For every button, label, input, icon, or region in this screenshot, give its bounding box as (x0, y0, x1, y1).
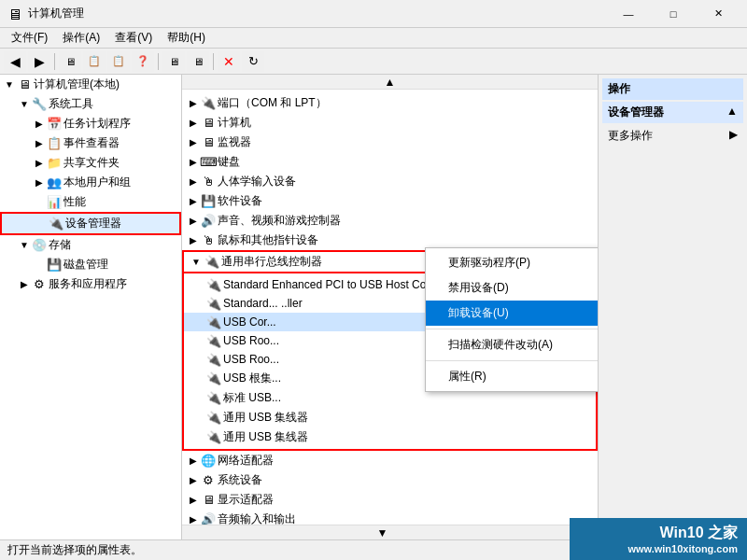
storage-label: 存储 (49, 237, 71, 253)
action-more[interactable]: 更多操作 ▶ (602, 125, 743, 147)
menu-action[interactable]: 操作(A) (55, 28, 107, 48)
context-menu: 更新驱动程序(P) 禁用设备(D) 卸载设备(U) 扫描检测硬件改动(A) 属性… (425, 247, 598, 392)
usb3-icon: 🔌 (206, 315, 221, 329)
device-hid[interactable]: ▶ 🖱 人体学输入设备 (182, 172, 598, 191)
scroll-down[interactable]: ▼ (182, 525, 583, 539)
storage-icon: 💿 (32, 238, 47, 253)
device-sound[interactable]: ▶ 🔊 声音、视频和游戏控制器 (182, 211, 598, 231)
usb9-icon: 🔌 (206, 430, 221, 445)
tree-system-tools[interactable]: ▼ 🔧 系统工具 (0, 94, 181, 114)
task-label: 任务计划程序 (63, 116, 131, 132)
toolbar-btn-refresh[interactable]: ↻ (242, 51, 264, 72)
net-icon: 🌐 (201, 454, 216, 469)
disk-icon: 💾 (47, 258, 62, 273)
left-panel: ▼ 🖥 计算机管理(本地) ▼ 🔧 系统工具 ▶ 📅 任务计划程序 ▶ 📋 事件… (0, 75, 182, 539)
minimize-button[interactable]: — (607, 0, 650, 28)
tree-shared-folders[interactable]: ▶ 📁 共享文件夹 (0, 153, 181, 173)
shared-icon: 📁 (47, 156, 62, 171)
local-toggle[interactable]: ▶ (32, 175, 47, 190)
ctx-scan[interactable]: 扫描检测硬件改动(A) (426, 332, 598, 357)
usb1-icon: 🔌 (206, 277, 221, 292)
tree-event-viewer[interactable]: ▶ 📋 事件查看器 (0, 133, 181, 153)
computer-icon: 🖥 (17, 77, 32, 92)
shared-label: 共享文件夹 (63, 155, 120, 171)
tree-performance[interactable]: 📊 性能 (0, 192, 181, 212)
usb3-label: USB Cor... (223, 315, 276, 329)
disk-label: 磁盘管理 (63, 257, 108, 273)
dev-mgr-label: 设备管理器 (65, 216, 121, 231)
display-label: 显示适配器 (218, 492, 274, 508)
storage-toggle[interactable]: ▼ (17, 238, 32, 253)
ctx-disable[interactable]: 禁用设备(D) (426, 275, 598, 301)
event-toggle[interactable]: ▶ (32, 136, 47, 151)
local-label: 本地用户和组 (63, 175, 131, 190)
tree-storage[interactable]: ▼ 💿 存储 (0, 235, 181, 255)
ctx-uninstall[interactable]: 卸载设备(U) (426, 301, 598, 326)
device-display[interactable]: ▶ 🖥 显示适配器 (182, 490, 598, 510)
close-button[interactable]: ✕ (697, 0, 740, 28)
separator-1 (54, 53, 55, 70)
toolbar-btn-1[interactable]: 🖥 (59, 51, 81, 72)
menu-help[interactable]: 帮助(H) (160, 28, 213, 48)
more-actions-label: 更多操作 (608, 129, 653, 142)
audio-label: 音频输入和输出 (218, 511, 296, 525)
audio-icon: 🔊 (201, 512, 216, 525)
svc-toggle[interactable]: ▶ (17, 277, 32, 292)
title-bar: 🖥 计算机管理 — □ ✕ (0, 0, 747, 28)
usb8-icon: 🔌 (206, 411, 221, 426)
hid-icon: 🖱 (201, 175, 216, 189)
device-port[interactable]: ▶ 🔌 端口（COM 和 LPT） (182, 93, 598, 113)
usb5-icon: 🔌 (206, 352, 221, 367)
toolbar-btn-6[interactable]: 🖥 (187, 51, 209, 72)
maximize-button[interactable]: □ (652, 0, 695, 28)
toolbar-btn-delete[interactable]: ✕ (218, 51, 240, 72)
tree-device-manager[interactable]: 🔌 设备管理器 (0, 212, 181, 235)
device-keyboard[interactable]: ▶ ⌨ 键盘 (182, 152, 598, 172)
port-icon: 🔌 (201, 96, 216, 111)
usb-ctrl-label: 通用串行总线控制器 (221, 254, 322, 270)
sys-toggle[interactable]: ▼ (17, 97, 32, 112)
usb-item-8[interactable]: 🔌 通用 USB 集线器 (184, 408, 596, 427)
scroll-up[interactable]: ▲ (182, 75, 598, 90)
tree-root[interactable]: ▼ 🖥 计算机管理(本地) (0, 75, 181, 94)
usb7-label: 标准 USB... (223, 390, 281, 406)
tree-disk-mgmt[interactable]: 💾 磁盘管理 (0, 255, 181, 274)
toolbar-btn-5[interactable]: 🖥 (162, 51, 185, 72)
device-computer[interactable]: ▶ 🖥 计算机 (182, 113, 598, 133)
menu-view[interactable]: 查看(V) (107, 28, 160, 48)
device-sys[interactable]: ▶ ⚙ 系统设备 (182, 470, 598, 490)
watermark: Win10 之家 www.win10xitong.com (570, 518, 747, 560)
net-label: 网络适配器 (218, 453, 274, 469)
menu-file[interactable]: 文件(F) (4, 28, 55, 48)
display-icon: 🖥 (201, 493, 216, 508)
actions-section: 设备管理器 ▲ (602, 102, 743, 123)
device-monitor[interactable]: ▶ 🖥 监视器 (182, 133, 598, 152)
toolbar-btn-3[interactable]: 📋 (107, 51, 130, 72)
tree-task-scheduler[interactable]: ▶ 📅 任务计划程序 (0, 114, 181, 133)
port-label: 端口（COM 和 LPT） (218, 95, 327, 111)
ctx-properties[interactable]: 属性(R) (426, 364, 598, 389)
separator-2 (158, 53, 159, 70)
device-software[interactable]: ▶ 💾 软件设备 (182, 191, 598, 211)
ctx-update-driver[interactable]: 更新驱动程序(P) (426, 250, 598, 275)
separator-3 (213, 53, 214, 70)
tree-local-users[interactable]: ▶ 👥 本地用户和组 (0, 173, 181, 192)
device-audio[interactable]: ▶ 🔊 音频输入和输出 (182, 510, 598, 525)
back-button[interactable]: ◀ (4, 51, 26, 72)
forward-button[interactable]: ▶ (28, 51, 50, 72)
root-toggle[interactable]: ▼ (2, 77, 17, 92)
toolbar-btn-4[interactable]: ❓ (132, 51, 154, 72)
tree-services[interactable]: ▶ ⚙ 服务和应用程序 (0, 274, 181, 294)
usb-item-9[interactable]: 🔌 通用 USB 集线器 (184, 427, 596, 447)
task-toggle[interactable]: ▶ (32, 117, 47, 132)
status-bar: 打开当前选择项的属性表。 (0, 539, 570, 560)
usb9-label: 通用 USB 集线器 (223, 429, 308, 445)
usb7-icon: 🔌 (206, 391, 221, 406)
toolbar-btn-2[interactable]: 📋 (83, 51, 106, 72)
device-network[interactable]: ▶ 🌐 网络适配器 (182, 451, 598, 470)
expand-icon: ▲ (726, 105, 738, 118)
shared-toggle[interactable]: ▶ (32, 156, 47, 171)
sound-icon: 🔊 (201, 214, 216, 229)
menu-bar: 文件(F) 操作(A) 查看(V) 帮助(H) (0, 28, 747, 49)
toolbar: ◀ ▶ 🖥 📋 📋 ❓ 🖥 🖥 ✕ ↻ (0, 49, 747, 75)
